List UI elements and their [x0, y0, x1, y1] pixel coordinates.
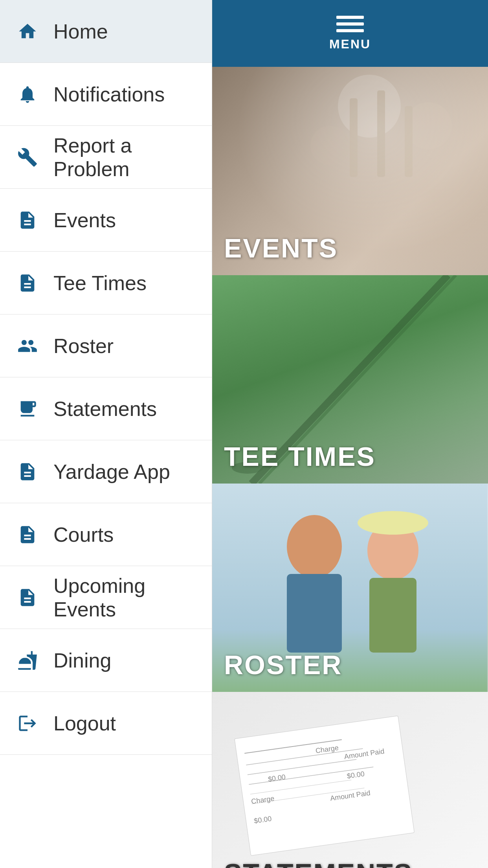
statements-tile-label: STATEMENTS — [224, 858, 413, 868]
roster-people-icon — [16, 334, 39, 358]
sidebar-item-events[interactable]: Events — [0, 189, 212, 252]
statements-list-icon — [16, 397, 39, 421]
content-area: EVENTS TEE TIMES — [212, 67, 488, 868]
sidebar-item-tee-times[interactable]: Tee Times — [0, 252, 212, 314]
wrench-icon — [16, 145, 39, 169]
sidebar-item-report-problem[interactable]: Report a Problem — [0, 126, 212, 189]
dining-label: Dining — [53, 649, 111, 672]
notifications-label: Notifications — [53, 83, 165, 106]
header: MENU — [212, 0, 488, 67]
tee-times-tile-label: TEE TIMES — [224, 441, 376, 472]
events-label: Events — [53, 208, 116, 232]
tile-tee-times[interactable]: TEE TIMES — [212, 275, 488, 484]
menu-button[interactable]: MENU — [329, 16, 371, 51]
home-icon — [16, 20, 39, 43]
sidebar-item-roster[interactable]: Roster — [0, 314, 212, 377]
sidebar-item-home[interactable]: Home — [0, 0, 212, 63]
upcoming-events-label: Upcoming Events — [53, 574, 196, 621]
courts-doc-icon — [16, 523, 39, 546]
logout-label: Logout — [53, 712, 116, 735]
tile-roster[interactable]: ROSTER — [212, 484, 488, 692]
svg-rect-16 — [235, 716, 415, 856]
courts-label: Courts — [53, 523, 114, 546]
dining-fork-knife-icon — [16, 649, 39, 672]
menu-label: MENU — [329, 37, 371, 51]
sidebar-item-statements[interactable]: Statements — [0, 377, 212, 440]
yardage-app-label: Yardage App — [53, 460, 170, 484]
tile-statements[interactable]: Charge Amount Paid $0.00 $0.00 Charge Am… — [212, 692, 488, 868]
menu-lines-icon — [336, 16, 364, 32]
svg-point-13 — [358, 511, 428, 535]
events-tile-label: EVENTS — [224, 233, 338, 263]
svg-rect-5 — [405, 106, 413, 177]
events-doc-icon — [16, 208, 39, 232]
sidebar-item-dining[interactable]: Dining — [0, 629, 212, 692]
sidebar: Home Notifications Report a Problem Even… — [0, 0, 212, 868]
tee-times-doc-icon — [16, 271, 39, 295]
roster-tile-label: ROSTER — [224, 649, 342, 680]
svg-point-10 — [287, 515, 342, 578]
sidebar-item-courts[interactable]: Courts — [0, 503, 212, 566]
logout-exit-icon — [16, 712, 39, 735]
report-problem-label: Report a Problem — [53, 134, 196, 181]
svg-rect-11 — [287, 574, 342, 653]
tile-events[interactable]: EVENTS — [212, 67, 488, 275]
upcoming-events-doc-icon — [16, 586, 39, 609]
statements-decor-svg: Charge Amount Paid $0.00 $0.00 Charge Am… — [212, 692, 488, 868]
tee-times-label: Tee Times — [53, 271, 147, 295]
svg-rect-3 — [350, 98, 358, 177]
statements-label: Statements — [53, 397, 157, 421]
svg-point-0 — [338, 75, 401, 138]
bell-icon — [16, 83, 39, 106]
sidebar-item-upcoming-events[interactable]: Upcoming Events — [0, 566, 212, 629]
sidebar-item-logout[interactable]: Logout — [0, 692, 212, 755]
svg-rect-4 — [377, 90, 385, 177]
home-label: Home — [53, 20, 108, 43]
yardage-doc-icon — [16, 460, 39, 484]
sidebar-item-yardage-app[interactable]: Yardage App — [0, 440, 212, 503]
svg-point-2 — [310, 126, 350, 165]
roster-label: Roster — [53, 334, 114, 358]
sidebar-item-notifications[interactable]: Notifications — [0, 63, 212, 126]
svg-rect-14 — [369, 578, 416, 653]
